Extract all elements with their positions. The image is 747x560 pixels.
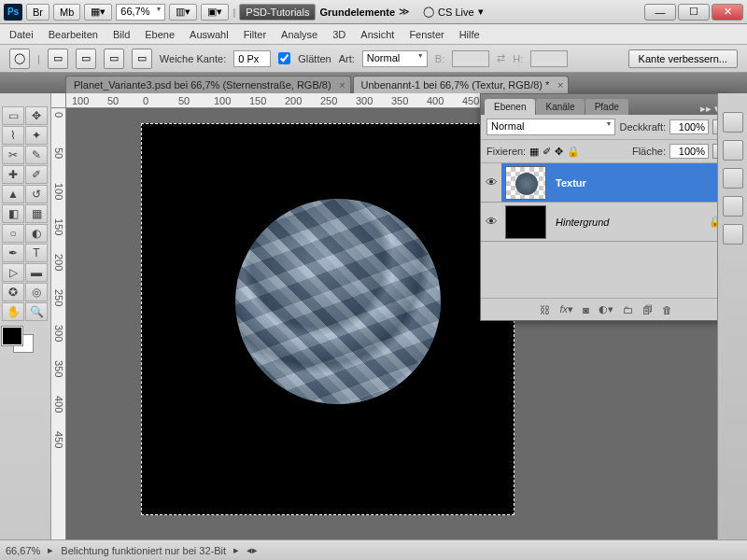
move-icon[interactable]: ✥ [25, 106, 48, 125]
menu-3d[interactable]: 3D [332, 29, 345, 40]
intersect-selection-icon[interactable]: ▭ [132, 49, 152, 69]
dodge-tool-icon[interactable]: ◐ [25, 224, 48, 243]
psd-tutorials-button[interactable]: PSD-Tutorials [239, 4, 316, 21]
document-tab-2[interactable]: Unbenannt-1 bei 66,7% (Textur, RGB/8) * [353, 76, 570, 93]
fill-input[interactable]: 100% [669, 144, 709, 159]
minibridge-button[interactable]: Mb [53, 4, 80, 21]
color-swatch[interactable] [2, 327, 39, 355]
bridge-button[interactable]: Br [26, 4, 49, 21]
zoom-status[interactable]: 66,67% [6, 545, 40, 556]
opacity-input[interactable]: 100% [669, 119, 709, 134]
lock-all-icon[interactable]: 🔒 [567, 146, 580, 158]
menu-datei[interactable]: Datei [9, 29, 34, 40]
link-icon[interactable]: ⛓ [540, 304, 550, 315]
document-tab-1[interactable]: Planet_Variante3.psd bei 66,7% (Sternens… [65, 76, 351, 93]
dock-actions-icon[interactable] [723, 224, 743, 245]
canvas[interactable] [141, 123, 514, 515]
visibility-icon[interactable]: 👁 [481, 163, 501, 202]
mask-icon[interactable]: ◙ [583, 304, 589, 315]
menu-filter[interactable]: Filter [244, 29, 266, 40]
group-icon[interactable]: 🗀 [623, 304, 633, 315]
anti-alias-checkbox[interactable] [278, 52, 290, 64]
tab-ebenen[interactable]: Ebenen [485, 99, 535, 115]
layer-name[interactable]: Textur [550, 177, 731, 189]
menu-bearbeiten[interactable]: Bearbeiten [49, 29, 98, 40]
maximize-button[interactable]: ☐ [678, 4, 710, 21]
adjustment-icon[interactable]: ◐▾ [599, 303, 613, 315]
dock-swatches-icon[interactable] [723, 140, 743, 161]
menu-ansicht[interactable]: Ansicht [360, 29, 394, 40]
layer-thumbnail[interactable] [505, 205, 546, 239]
feather-input[interactable] [233, 50, 271, 67]
menu-hilfe[interactable]: Hilfe [459, 29, 480, 40]
document-tab-bar: Planet_Variante3.psd bei 66,7% (Sternens… [0, 73, 747, 93]
new-layer-icon[interactable]: 🗐 [642, 304, 653, 315]
ruler-vertical[interactable]: 0 50 100 150 200 250 300 350 400 450 [51, 108, 66, 539]
heal-tool-icon[interactable]: ✚ [2, 165, 24, 184]
3d-tool-icon[interactable]: ✪ [2, 283, 24, 301]
layers-footer: ⛓ fx▾ ◙ ◐▾ 🗀 🗐 🗑 [481, 298, 731, 320]
menu-auswahl[interactable]: Auswahl [190, 29, 229, 40]
type-tool-icon[interactable]: T [25, 244, 48, 262]
texture-circle [235, 199, 441, 404]
app-icon: Ps [4, 4, 22, 21]
tool-preset-icon[interactable]: ◯ [9, 49, 30, 69]
zoom-dropdown[interactable]: 66,7% [116, 4, 165, 21]
eraser-tool-icon[interactable]: ◧ [2, 204, 24, 223]
screen-mode-button[interactable]: ▣▾ [201, 4, 229, 21]
layer-hintergrund[interactable]: 👁 Hintergrund 🔒 [481, 203, 731, 242]
layer-textur[interactable]: 👁 Textur [481, 163, 731, 203]
visibility-icon[interactable]: 👁 [481, 215, 501, 229]
dock-adjustments-icon[interactable] [723, 168, 743, 189]
new-selection-icon[interactable]: ▭ [48, 49, 68, 69]
minimize-button[interactable]: — [644, 4, 676, 21]
gradient-tool-icon[interactable]: ▦ [25, 204, 48, 223]
wand-tool-icon[interactable]: ✦ [25, 126, 48, 145]
status-bar: 66,67% ▸ Belichtung funktioniert nur bei… [0, 539, 747, 560]
arrange-button[interactable]: ▥▾ [169, 4, 197, 21]
cs-live-button[interactable]: CS Live [438, 7, 474, 18]
tab-kanaele[interactable]: Kanäle [536, 99, 584, 115]
ruler-corner [51, 93, 66, 108]
move-tool-icon[interactable]: ▭ [2, 106, 24, 125]
dock-history-icon[interactable] [723, 196, 743, 217]
lock-position-icon[interactable]: ✥ [555, 146, 563, 158]
hand-tool-icon[interactable]: ✋ [2, 302, 24, 321]
lock-transparency-icon[interactable]: ▦ [529, 146, 539, 158]
dock-color-icon[interactable] [723, 112, 743, 133]
stamp-tool-icon[interactable]: ▲ [2, 185, 24, 203]
blur-tool-icon[interactable]: ○ [2, 224, 24, 243]
pen-tool-icon[interactable]: ✒ [2, 244, 24, 262]
tab-pfade[interactable]: Pfade [585, 99, 628, 115]
blend-mode-dropdown[interactable]: Normal [486, 119, 615, 135]
menu-bild[interactable]: Bild [113, 29, 130, 40]
lock-pixels-icon[interactable]: ✐ [543, 146, 551, 158]
crop-tool-icon[interactable]: ✂ [2, 146, 24, 164]
style-dropdown[interactable]: Normal [362, 50, 428, 67]
brush-tool-icon[interactable]: ✐ [25, 165, 48, 184]
menu-fenster[interactable]: Fenster [409, 29, 444, 40]
view-extras-button[interactable]: ▦▾ [84, 4, 112, 21]
shape-tool-icon[interactable]: ▬ [25, 263, 48, 282]
height-label: H: [513, 53, 523, 64]
menu-bar: Datei Bearbeiten Bild Ebene Auswahl Filt… [0, 24, 747, 45]
path-tool-icon[interactable]: ▷ [2, 263, 24, 282]
layer-name[interactable]: Hintergrund [550, 217, 709, 228]
fx-icon[interactable]: fx▾ [559, 303, 573, 315]
menu-analyse[interactable]: Analyse [281, 29, 317, 40]
workspace-label[interactable]: Grundelemente [319, 7, 395, 18]
history-brush-icon[interactable]: ↺ [25, 185, 48, 203]
eyedropper-tool-icon[interactable]: ✎ [25, 146, 48, 164]
subtract-selection-icon[interactable]: ▭ [104, 49, 124, 69]
menu-ebene[interactable]: Ebene [145, 29, 175, 40]
delete-layer-icon[interactable]: 🗑 [662, 304, 672, 315]
zoom-tool-icon[interactable]: 🔍 [25, 302, 48, 321]
close-button[interactable]: ✕ [712, 4, 743, 21]
add-selection-icon[interactable]: ▭ [76, 49, 96, 69]
refine-edge-button[interactable]: Kante verbessern... [628, 49, 738, 68]
workspace-more[interactable]: ≫ [399, 6, 410, 18]
lock-label: Fixieren: [486, 146, 526, 157]
camera-tool-icon[interactable]: ◎ [25, 283, 48, 301]
lasso-tool-icon[interactable]: ⌇ [2, 126, 24, 145]
layer-thumbnail[interactable] [505, 166, 546, 200]
